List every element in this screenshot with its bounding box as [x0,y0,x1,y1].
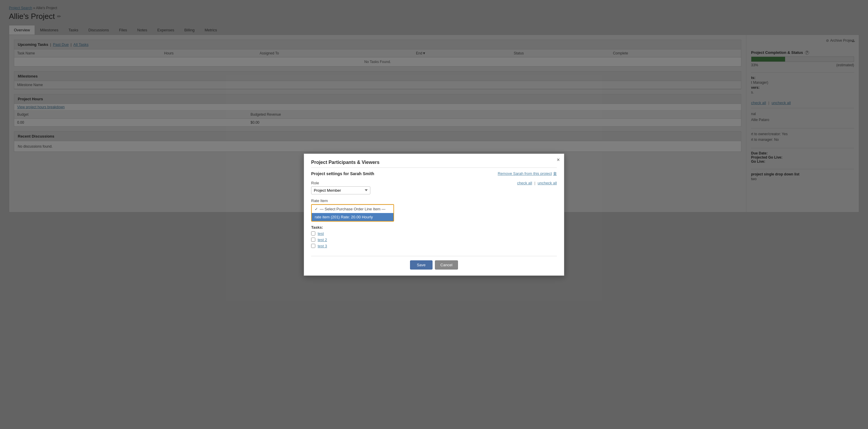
task-link-3[interactable]: test 3 [318,244,327,248]
task-checkbox-2[interactable] [311,238,315,242]
modal-check-all-link[interactable]: check all [517,181,532,185]
modal-uncheck-all-link[interactable]: uncheck all [538,181,557,185]
modal: × Project Participants & Viewers Project… [304,154,564,276]
rate-option-placeholder[interactable]: ✓ — Select Purchase Order Line Item — [312,205,394,213]
modal-title: Project Participants & Viewers [311,160,557,168]
modal-close-button[interactable]: × [557,157,560,163]
task-checkbox-3[interactable] [311,244,315,248]
task-checkbox-1[interactable] [311,231,315,235]
remove-participant-link[interactable]: Remove Sarah from this project 🗑 [498,171,557,176]
tasks-section-header: Tasks: [311,225,430,230]
trash-icon: 🗑 [553,171,557,176]
role-select[interactable]: Project Member Project Manager Viewer [311,187,370,194]
task-row-1: test [311,231,430,236]
rate-dropdown-wrapper: ✓ — Select Purchase Order Line Item — ra… [311,204,394,222]
task-list: test test 2 test 3 [311,231,430,248]
task-row-2: test 2 [311,238,430,242]
task-link-1[interactable]: test [318,231,324,236]
cancel-button[interactable]: Cancel [435,260,458,269]
task-link-2[interactable]: test 2 [318,238,327,242]
rate-option-item1[interactable]: rate item (201) Rate: 20.00 Hourly [312,213,394,221]
modal-body: Role Project Member Project Manager View… [311,181,557,250]
rate-item-container: Rate Item ✓ — Select Purchase Order Line… [311,199,394,222]
check-mark: ✓ [315,207,318,211]
modal-subtitle: Project settings for Sarah Smith [311,171,374,176]
modal-left: Role Project Member Project Manager View… [311,181,430,250]
modal-footer: Save Cancel [311,256,557,269]
modal-check-controls: check all | uncheck all [517,181,557,185]
save-button[interactable]: Save [410,260,433,269]
rate-item-options: ✓ — Select Purchase Order Line Item — ra… [312,205,394,221]
modal-overlay: × Project Participants & Viewers Project… [0,0,868,429]
modal-right: check all | uncheck all [438,181,557,250]
task-row-3: test 3 [311,244,430,248]
rate-item-label: Rate Item [311,199,394,203]
role-label: Role [311,181,430,185]
